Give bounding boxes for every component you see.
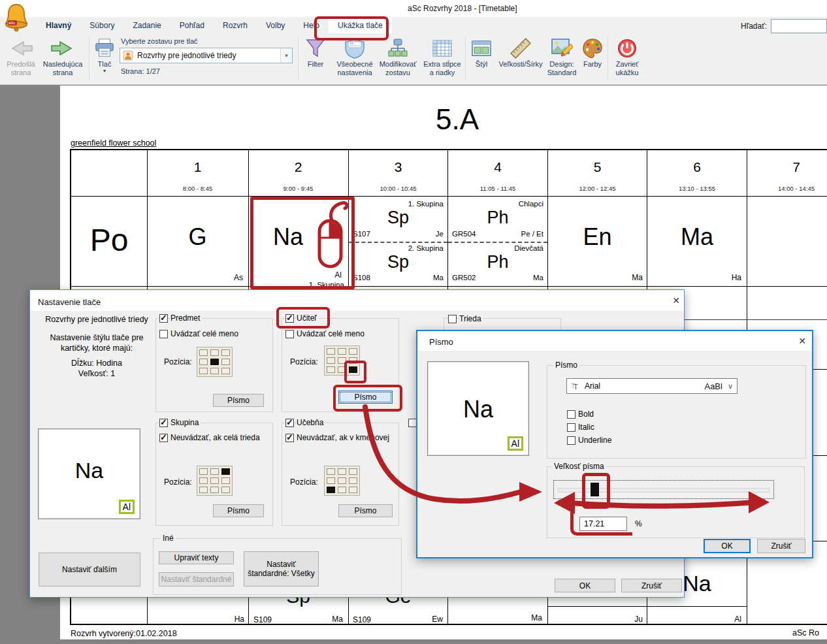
position-cell[interactable]	[349, 487, 357, 493]
position-cell[interactable]	[221, 349, 230, 356]
checkbox-trieda[interactable]	[448, 315, 457, 323]
close-icon[interactable]: ✕	[796, 336, 808, 346]
menu-pohlad[interactable]: Pohľad	[170, 18, 214, 33]
position-cell[interactable]	[338, 348, 346, 355]
position-cell[interactable]	[349, 477, 357, 484]
position-cell[interactable]	[199, 368, 208, 374]
style-button[interactable]: Štýl	[468, 37, 495, 69]
checkbox-ucebna[interactable]	[285, 419, 294, 427]
timetable-cell-subject[interactable]: Sp	[349, 253, 447, 271]
position-cell[interactable]	[338, 468, 346, 475]
close-icon[interactable]: ✕	[670, 295, 682, 306]
position-cell[interactable]	[327, 357, 335, 364]
position-cell[interactable]	[221, 359, 230, 365]
position-grid-ucebna[interactable]	[324, 466, 360, 496]
set-default-all-button[interactable]: Nastaviť štandardné: Všetky	[244, 551, 319, 587]
font-button-ucitel[interactable]: Písmo	[338, 391, 393, 404]
timetable-cell-subject[interactable]: Ph	[448, 209, 547, 227]
prev-page-button[interactable]: Predošlá strana	[4, 37, 38, 77]
chevron-down-icon[interactable]: ∨	[728, 382, 733, 391]
position-cell[interactable]	[327, 477, 335, 484]
report-select-arrow-icon[interactable]: ▾	[280, 48, 292, 63]
print-button[interactable]: Tlač ▾	[91, 37, 118, 74]
ok-button[interactable]: OK	[704, 539, 751, 553]
font-size-input[interactable]	[579, 517, 627, 531]
close-preview-button[interactable]: Zavrieť ukážku	[610, 37, 644, 77]
modify-report-button[interactable]: Modifikovať zostavu	[376, 37, 419, 77]
timetable-cell-subject[interactable]: Ph	[448, 253, 547, 271]
font-size-slider[interactable]	[553, 480, 774, 499]
position-cell[interactable]	[221, 477, 230, 484]
position-cell[interactable]	[338, 477, 346, 484]
next-page-button[interactable]: Nasledujúca strana	[38, 37, 88, 77]
search-input[interactable]	[771, 19, 827, 33]
checkbox-skupina-option[interactable]	[159, 434, 168, 442]
cancel-button[interactable]: Zrušiť	[621, 579, 682, 592]
position-cell-selected[interactable]	[327, 487, 335, 493]
colors-button[interactable]: Farby	[579, 37, 606, 69]
menu-hlavny[interactable]: Hlavný	[37, 18, 80, 33]
menu-zadanie[interactable]: Zadanie	[123, 18, 170, 33]
asc-bell-icon[interactable]: aSc	[4, 2, 29, 32]
set-next-button[interactable]: Nastaviť ďalším	[39, 553, 140, 587]
menu-volby[interactable]: Volby	[257, 18, 294, 33]
position-cell[interactable]	[199, 468, 208, 475]
position-cell[interactable]	[349, 468, 357, 475]
position-grid-predmet[interactable]	[197, 347, 233, 377]
position-cell[interactable]	[327, 366, 335, 373]
report-select[interactable]: Rozvrhy pre jednotlivé triedy ▾	[120, 48, 293, 63]
position-cell[interactable]	[210, 468, 219, 475]
position-cell[interactable]	[199, 487, 208, 493]
cancel-button[interactable]: Zrušiť	[757, 539, 805, 553]
sizes-widths-button[interactable]: Veľkosti/Šírky	[496, 37, 545, 69]
position-cell[interactable]	[221, 368, 230, 374]
extra-columns-button[interactable]: Extra stĺpce a riadky	[422, 37, 462, 77]
position-grid-skupina[interactable]	[197, 466, 233, 496]
font-button-skupina[interactable]: Písmo	[213, 504, 264, 517]
checkbox-italic[interactable]	[567, 423, 576, 432]
position-cell[interactable]	[327, 468, 335, 475]
font-button-ucebna[interactable]: Písmo	[338, 504, 393, 517]
slider-track[interactable]	[558, 488, 770, 492]
checkbox-predmet[interactable]	[159, 314, 168, 323]
position-cell[interactable]	[338, 366, 346, 373]
timetable-cell-subject[interactable]: En	[548, 223, 647, 251]
timetable-cell-subject[interactable]: Na	[249, 223, 327, 251]
position-cell[interactable]	[210, 368, 219, 374]
position-cell[interactable]	[199, 477, 208, 484]
ok-button[interactable]: OK	[555, 579, 615, 592]
checkbox-predmet-fullname[interactable]	[159, 330, 168, 338]
font-button-predmet[interactable]: Písmo	[213, 394, 264, 407]
position-cell[interactable]	[199, 359, 208, 365]
checkbox-skupina[interactable]	[159, 419, 168, 427]
position-cell[interactable]	[210, 349, 219, 356]
edit-texts-button[interactable]: Upraviť texty	[159, 551, 234, 564]
position-grid-ucitel[interactable]	[324, 346, 360, 376]
timetable-cell-subject[interactable]: Ma	[647, 223, 747, 251]
position-cell-selected[interactable]	[210, 359, 219, 365]
position-cell[interactable]	[349, 348, 357, 355]
position-cell-selected[interactable]	[349, 366, 357, 373]
position-cell[interactable]	[349, 357, 357, 364]
filter-button[interactable]: Filter	[300, 37, 331, 69]
menu-rozvrh[interactable]: Rozvrh	[214, 18, 257, 33]
checkbox-bold[interactable]	[567, 410, 576, 419]
timetable-cell-subject[interactable]: Sp	[349, 209, 447, 227]
position-cell[interactable]	[221, 487, 230, 493]
font-family-select[interactable]: T T Arial AaBl ∨	[566, 378, 738, 394]
position-cell[interactable]	[338, 487, 346, 493]
design-button[interactable]: Design: Standard	[546, 37, 577, 77]
print-dropdown-caret[interactable]: ▾	[91, 69, 118, 74]
menu-ukazka-tlace[interactable]: Ukážka tlače	[329, 18, 392, 33]
position-cell[interactable]	[338, 357, 346, 364]
checkbox-ucitel[interactable]	[285, 314, 294, 323]
menu-help[interactable]: Help	[294, 18, 329, 33]
set-default-button[interactable]: Nastaviť štandardné	[159, 572, 234, 587]
position-cell[interactable]	[327, 348, 335, 355]
position-cell-selected[interactable]	[221, 468, 230, 475]
checkbox-ucitel-fullname[interactable]	[285, 330, 294, 338]
position-cell[interactable]	[199, 349, 208, 356]
position-cell[interactable]	[210, 477, 219, 484]
timetable-cell-subject[interactable]: G	[148, 223, 248, 251]
checkbox-underline[interactable]	[567, 436, 576, 445]
